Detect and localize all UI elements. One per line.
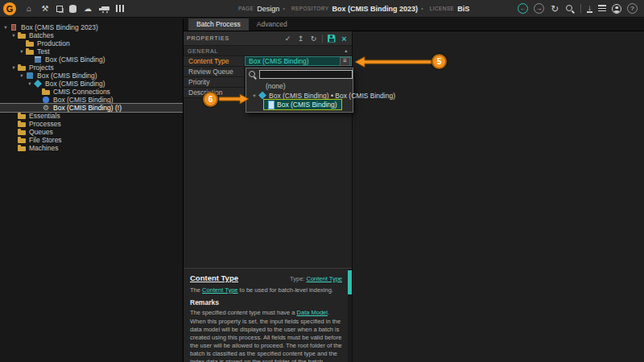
tree-item-label: Projects <box>29 64 54 72</box>
tree-item-content-model[interactable]: ▾ Box (CMIS Binding) <box>0 80 183 88</box>
refresh-icon[interactable]: ↻ <box>550 4 559 14</box>
tree-item-machines[interactable]: Machines <box>0 144 183 152</box>
save-icon[interactable] <box>328 35 336 43</box>
content-type-value-cell[interactable]: Box (CMIS Binding) ≡ <box>245 56 352 66</box>
tree-item-label: CMIS Connections <box>53 88 110 96</box>
tree-item-batches[interactable]: ▾ Batches <box>0 31 183 39</box>
account-icon[interactable] <box>612 4 621 14</box>
help-icon[interactable]: ? <box>627 3 638 14</box>
close-icon[interactable]: × <box>340 34 349 43</box>
content-type-dropdown: (none) ▾ Box (CMIS Binding) • Box (CMIS … <box>246 68 353 113</box>
remarks-text-part: The specified content type must have a <box>190 309 297 316</box>
folder-icon <box>18 128 26 136</box>
dropdown-item-label: Box (CMIS Binding) <box>277 101 337 109</box>
home-icon[interactable]: ⌂ <box>24 4 34 14</box>
forward-icon[interactable]: → <box>534 3 544 14</box>
tree-item-file-stores[interactable]: File Stores <box>0 136 183 144</box>
property-label: Content Type <box>184 56 245 66</box>
content-type-link[interactable]: Content Type <box>202 286 237 294</box>
scrollbar-thumb[interactable] <box>348 270 352 294</box>
history-icon[interactable]: ↻ <box>309 34 318 43</box>
tree-item-label: Box (CMIS Binding) <box>45 80 105 88</box>
tree-item-queues[interactable]: Queues <box>0 128 183 136</box>
layers-icon[interactable] <box>598 5 606 12</box>
data-model-link[interactable]: Data Model <box>297 309 328 316</box>
folder-icon <box>42 88 50 96</box>
validate-icon[interactable]: ✓ <box>283 34 292 43</box>
tree-item-label: Box (CMIS Binding) <box>45 56 105 64</box>
help-summary: The Content Type to be used for batch-le… <box>190 286 342 294</box>
download-icon[interactable]: ↓ <box>587 4 592 13</box>
tree-item-cmis-connections[interactable]: CMIS Connections <box>0 88 183 96</box>
page-label: PAGE <box>238 6 254 11</box>
tree-item-production[interactable]: Production <box>0 39 183 47</box>
breadcrumb: PAGE Design • REPOSITORY Box (CMIS Bindi… <box>235 5 469 13</box>
batches-icon[interactable] <box>56 6 63 12</box>
topbar-actions: ← → ↻ ↓ ? <box>518 3 638 14</box>
help-scrollbar[interactable] <box>348 269 352 362</box>
page-value[interactable]: Design <box>257 5 279 13</box>
expander-icon[interactable]: ▾ <box>19 72 25 79</box>
search-icon[interactable] <box>565 4 575 14</box>
tree-item-projects[interactable]: ▾ Projects <box>0 64 183 72</box>
expander-icon[interactable]: ▾ <box>251 93 258 99</box>
dropdown-menu-button[interactable]: ≡ <box>340 57 350 66</box>
expander-icon[interactable]: ▾ <box>2 24 9 31</box>
expander-icon[interactable]: ▾ <box>27 80 33 87</box>
app-logo: G <box>3 2 16 15</box>
tools-icon[interactable]: ⚒ <box>40 4 50 14</box>
tree-item-batch[interactable]: Box (CMIS Binding) <box>0 56 183 64</box>
tree-item-label: Essentials <box>29 112 60 120</box>
tree-item-label: Queues <box>29 128 53 136</box>
tab-bar: Batch Process Advanced <box>184 19 644 31</box>
section-header-general[interactable]: GENERAL ▴ <box>184 46 352 56</box>
folder-icon <box>18 112 26 120</box>
property-row-content-type[interactable]: Content Type Box (CMIS Binding) ≡ <box>184 56 352 67</box>
repository-label: REPOSITORY <box>291 6 328 11</box>
folder-icon <box>18 120 26 128</box>
type-label: Type: <box>290 275 304 282</box>
expander-icon[interactable]: ▾ <box>19 48 25 55</box>
main-toolbar: ⌂ ⚒ ☁ <box>24 4 124 14</box>
help-panel: Content Type Type: Content Type The Cont… <box>184 268 352 362</box>
tree-item-cmis-repository[interactable]: Box (CMIS Binding) <box>0 96 183 104</box>
back-icon[interactable]: ← <box>518 3 528 14</box>
properties-pane: PROPERTIES ✓ ↥ ↻ × GENERAL ▴ <box>184 31 353 362</box>
tree-item-essentials[interactable]: Essentials <box>0 112 183 120</box>
license-label: LICENSE <box>430 6 455 11</box>
dropdown-item-selected[interactable]: Box (CMIS Binding) <box>264 100 341 109</box>
tree-item-label: File Stores <box>29 136 62 144</box>
tree-item-repository[interactable]: ▾ Box (CMIS Binding 2023) <box>0 23 183 31</box>
tree-item-label: Box (CMIS Binding) <box>53 96 114 104</box>
dropdown-item-content-model[interactable]: ▾ Box (CMIS Binding) • Box (CMIS Binding… <box>246 91 353 100</box>
tab-batch-process[interactable]: Batch Process <box>188 19 249 31</box>
stats-icon[interactable] <box>116 5 124 12</box>
folder-icon <box>18 136 26 144</box>
type-link[interactable]: Content Type <box>307 275 342 282</box>
dropdown-list: (none) ▾ Box (CMIS Binding) • Box (CMIS … <box>246 80 353 112</box>
repository-icon <box>10 23 18 31</box>
tree-item-label: Processes <box>29 120 61 128</box>
repository-value[interactable]: Box (CMIS Binding 2023) <box>332 5 418 13</box>
node-tree: ▾ Box (CMIS Binding 2023) ▾ Batches Prod… <box>0 19 184 362</box>
tree-item-test[interactable]: ▾ Test <box>0 47 183 56</box>
tree-item-batch-process-selected[interactable]: Box (CMIS Binding) (!) <box>0 104 183 112</box>
tree-item-label: Box (CMIS Binding) (!) <box>53 104 122 112</box>
summary-text: to be used for batch-level indexing. <box>238 286 333 294</box>
tree-item-project[interactable]: ▾ Box (CMIS Binding) <box>0 72 183 80</box>
content-model-icon <box>34 80 42 88</box>
delivery-icon[interactable] <box>101 6 109 10</box>
step-badge-5: 5 <box>431 54 447 69</box>
tree-item-label: Box (CMIS Binding) <box>37 72 97 80</box>
property-value: Box (CMIS Binding) <box>249 57 309 65</box>
tree-item-processes[interactable]: Processes <box>0 120 183 128</box>
collapse-icon[interactable]: ▴ <box>345 47 348 54</box>
cloud-icon[interactable]: ☁ <box>83 4 93 14</box>
import-icon[interactable]: ↥ <box>296 34 305 43</box>
dropdown-item-none[interactable]: (none) <box>246 82 353 91</box>
expander-icon[interactable]: ▾ <box>10 32 17 39</box>
database-icon[interactable] <box>69 5 76 13</box>
dropdown-search-input[interactable] <box>259 70 353 79</box>
expander-icon[interactable]: ▾ <box>10 64 17 71</box>
tab-advanced[interactable]: Advanced <box>249 19 295 31</box>
